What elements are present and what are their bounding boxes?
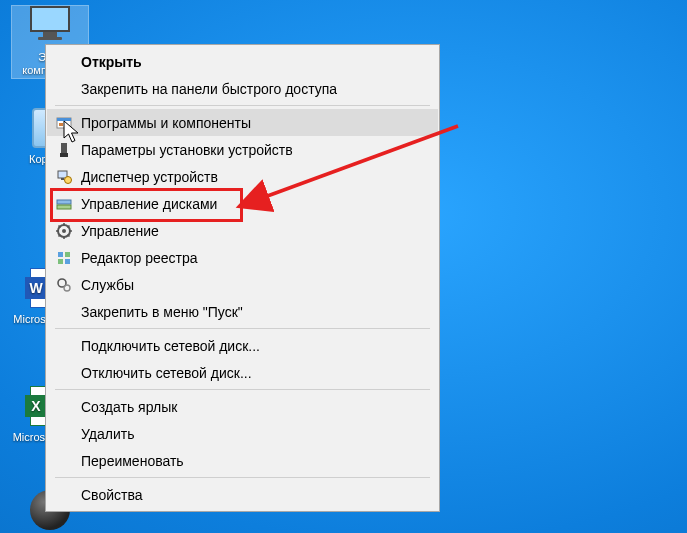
menu-item-rename[interactable]: Переименовать [47, 447, 438, 474]
svg-rect-14 [58, 259, 63, 264]
menu-item-map-network-drive[interactable]: Подключить сетевой диск... [47, 332, 438, 359]
menu-separator [55, 328, 430, 329]
context-menu: Открыть Закрепить на панели быстрого дос… [45, 44, 440, 512]
pc-icon [26, 6, 74, 46]
disk-management-icon [53, 196, 75, 212]
menu-item-properties[interactable]: Свойства [47, 481, 438, 508]
menu-item-device-install-settings[interactable]: Параметры установки устройств [47, 136, 438, 163]
menu-item-pin-start[interactable]: Закрепить в меню "Пуск" [47, 298, 438, 325]
programs-icon [53, 115, 75, 131]
svg-rect-9 [57, 205, 71, 209]
registry-icon [53, 250, 75, 266]
menu-item-programs-features[interactable]: Программы и компоненты [47, 109, 438, 136]
svg-rect-8 [57, 200, 71, 204]
menu-item-delete[interactable]: Удалить [47, 420, 438, 447]
menu-item-create-shortcut[interactable]: Создать ярлык [47, 393, 438, 420]
svg-rect-6 [61, 178, 64, 180]
menu-separator [55, 477, 430, 478]
menu-item-device-manager[interactable]: Диспетчер устройств [47, 163, 438, 190]
svg-point-11 [62, 229, 66, 233]
menu-item-open[interactable]: Открыть [47, 48, 438, 75]
svg-rect-1 [57, 118, 71, 121]
services-icon [53, 277, 75, 293]
svg-rect-2 [59, 123, 63, 126]
device-manager-icon [53, 169, 75, 185]
svg-rect-12 [58, 252, 63, 257]
svg-point-17 [64, 285, 70, 291]
menu-item-disk-management[interactable]: Управление дисками [47, 190, 438, 217]
menu-item-disconnect-network-drive[interactable]: Отключить сетевой диск... [47, 359, 438, 386]
svg-rect-13 [65, 252, 70, 257]
menu-item-registry-editor[interactable]: Редактор реестра [47, 244, 438, 271]
svg-rect-3 [61, 143, 67, 153]
menu-separator [55, 105, 430, 106]
svg-rect-4 [60, 153, 68, 157]
svg-rect-15 [65, 259, 70, 264]
menu-item-services[interactable]: Службы [47, 271, 438, 298]
menu-item-pin-quick-access[interactable]: Закрепить на панели быстрого доступа [47, 75, 438, 102]
device-settings-icon [53, 142, 75, 158]
menu-separator [55, 389, 430, 390]
menu-item-manage[interactable]: Управление [47, 217, 438, 244]
manage-icon [53, 223, 75, 239]
svg-point-7 [65, 176, 72, 183]
